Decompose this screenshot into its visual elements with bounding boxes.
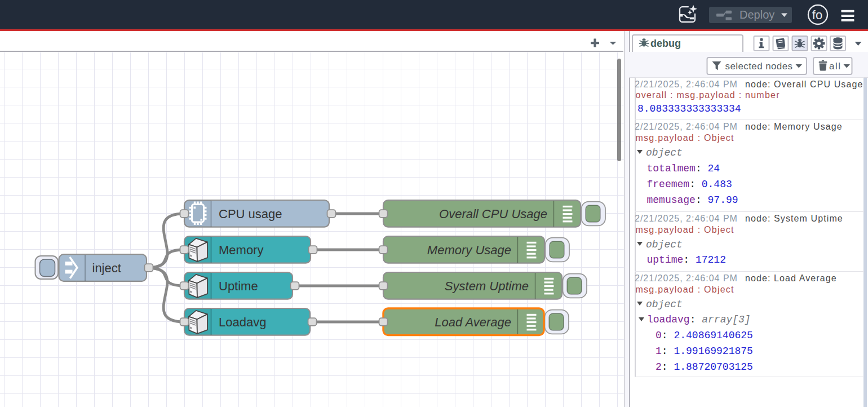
svg-text:debug: debug — [650, 38, 681, 49]
svg-text:CPU usage: CPU usage — [219, 207, 282, 221]
svg-text:Uptime: Uptime — [219, 279, 258, 293]
svg-text:inject: inject — [92, 261, 121, 275]
svg-text:Memory: Memory — [219, 243, 263, 257]
svg-text:selected nodes: selected nodes — [725, 61, 793, 72]
svg-text:fo: fo — [812, 8, 822, 22]
svg-text:Memory Usage: Memory Usage — [427, 243, 511, 257]
svg-text:System Uptime: System Uptime — [445, 279, 529, 293]
svg-text:Deploy: Deploy — [739, 8, 774, 21]
svg-text:all: all — [829, 61, 842, 72]
svg-text:Load Average: Load Average — [435, 315, 511, 329]
svg-text:Overall CPU Usage: Overall CPU Usage — [439, 207, 547, 221]
svg-text:Loadavg: Loadavg — [219, 315, 266, 329]
